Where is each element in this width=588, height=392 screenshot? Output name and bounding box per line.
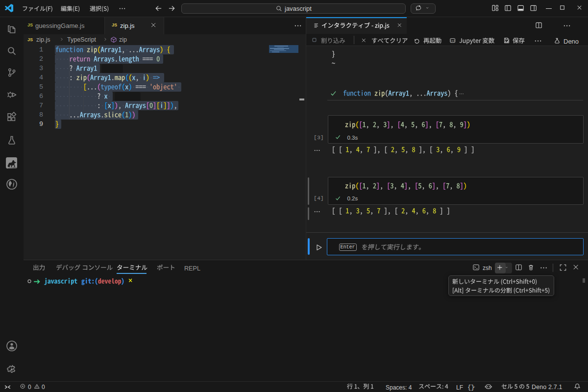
svg-text:(x): (x) <box>450 39 455 42</box>
